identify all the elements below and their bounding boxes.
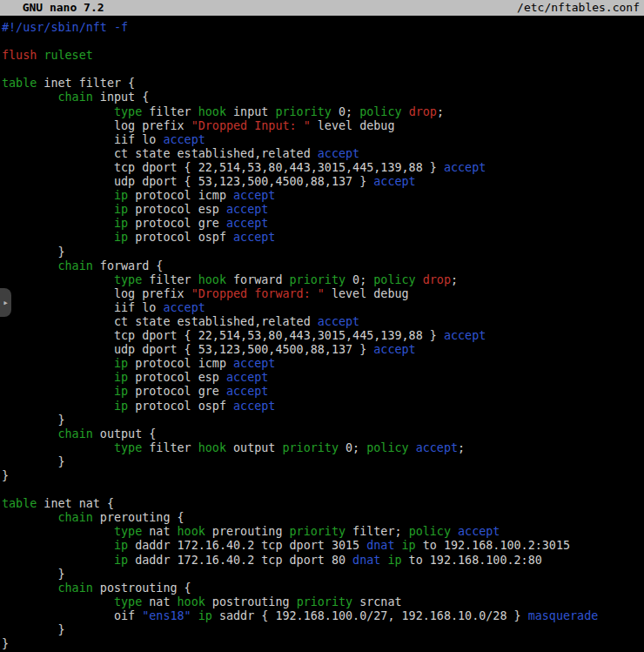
code-token: nat [142,525,177,538]
code-token: ip [114,357,128,370]
code-token [2,105,114,118]
code-line: log prefix "Dropped Input: " level debug [2,119,644,133]
code-token: priority [275,105,332,118]
code-token: accept [163,301,205,314]
code-line: ip protocol icmp accept [2,189,644,203]
code-token: prerouting { [93,511,184,524]
app-title: GNU nano 7.2 [9,0,104,16]
code-token: iif lo [2,133,163,146]
code-line: flush ruleset [2,49,644,63]
code-token: hook [178,595,205,608]
code-token: type [114,525,142,538]
code-line: log prefix "Dropped forward: " level deb… [2,287,644,301]
code-token: } [2,623,65,636]
code-token [409,441,416,454]
code-token [2,231,114,244]
code-token: accept [226,371,268,384]
code-token: tcp dport { 22,514,53,80,443,3015,445,13… [2,329,444,342]
code-line: chain prerouting { [2,511,644,525]
code-token: ct state established,related [2,315,318,328]
code-token: inet filter { [37,77,135,90]
code-line: type filter hook output priority 0; poli… [2,441,644,455]
code-token: hook [198,105,226,118]
code-token: forward [226,273,290,286]
code-line: ip protocol ospf accept [2,231,644,245]
code-token [2,427,58,440]
code-token: policy [359,105,401,118]
code-token: ; [458,441,465,454]
code-line: chain output { [2,427,644,441]
code-token [394,539,401,552]
code-token [2,189,114,202]
code-token: accept [416,441,458,454]
code-token: accept [163,133,205,146]
code-token: inet nat { [37,497,114,510]
code-token: ip [114,385,128,398]
code-token: type [114,595,142,608]
code-token: to 192.168.100.2:3015 [416,539,570,552]
code-token: accept [318,315,359,328]
code-token: accept [373,175,415,188]
code-token [2,371,114,384]
code-line: type nat hook postrouting priority srcna… [2,595,644,609]
code-token: input { [93,91,150,104]
code-token: type [114,105,142,118]
code-token: "ens18" [142,609,191,622]
code-token: level debug [311,119,395,132]
code-token: dnat [366,539,394,552]
code-line: ip protocol gre accept [2,217,644,231]
code-line: } [2,413,644,427]
code-token: postrouting [205,595,297,608]
code-line: } [2,245,644,259]
code-token [402,105,409,118]
code-token: policy [409,525,451,538]
code-token: ; [437,105,444,118]
code-line: chain postrouting { [2,581,644,595]
code-token: priority [283,441,339,454]
code-token [2,539,114,552]
code-token [451,525,458,538]
code-token: } [2,637,9,650]
code-line: tcp dport { 22,514,53,80,443,3015,445,13… [2,161,644,175]
code-token: accept [226,217,268,230]
code-line: ip daddr 172.16.40.2 tcp dport 3015 dnat… [2,539,644,553]
code-token: ip [114,371,128,384]
code-token [416,273,423,286]
code-token: 0; [332,105,359,118]
code-line: ip daddr 172.16.40.2 tcp dport 80 dnat i… [2,554,644,568]
edge-panel-toggle[interactable]: ▸ [0,288,11,317]
code-token: protocol icmp [128,357,233,370]
code-token: hook [178,525,205,538]
code-token [2,217,114,230]
code-token [2,203,114,216]
code-token [2,91,58,104]
code-token: accept [233,357,275,370]
code-token [191,609,198,622]
code-token [2,581,58,595]
code-token: filter [142,441,198,454]
code-token: accept [226,203,268,216]
code-token: table [2,77,37,90]
code-token: ip [198,609,212,622]
code-token: } [2,469,9,482]
code-token: chain [58,91,93,104]
code-line: table inet filter { [2,77,644,91]
code-token [2,441,114,454]
code-line [2,35,644,49]
code-token: chain [58,511,93,524]
code-token: } [2,455,65,468]
code-token: iif lo [2,301,163,314]
code-token: protocol esp [128,203,226,216]
code-token: protocol ospf [128,231,233,244]
editor-area[interactable]: #!/usr/sbin/nft -f flush ruleset table i… [0,16,644,651]
code-token: tcp dport { 22,514,53,80,443,3015,445,13… [2,161,444,174]
code-line: } [2,469,644,483]
code-token [2,259,58,272]
code-line [2,483,644,497]
code-token: dnat [352,554,380,567]
code-token: accept [233,231,275,244]
code-token: udp dport { 53,123,500,4500,88,137 } [2,343,373,356]
code-token [2,357,114,370]
code-token: protocol esp [128,371,226,384]
code-line: ip protocol gre accept [2,385,644,399]
